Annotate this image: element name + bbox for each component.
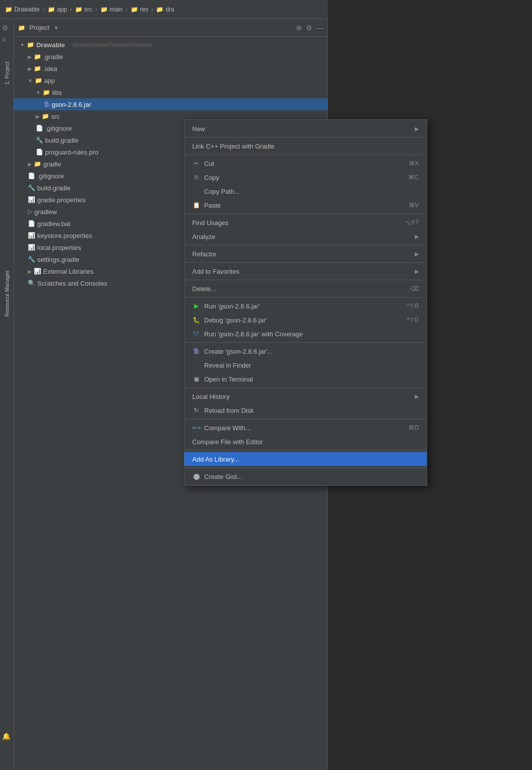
tree-libs-dir[interactable]: ▼ 📁 libs [14,86,327,98]
side-project-tab[interactable]: 1: Project [0,59,14,87]
menu-add-favorites-label: Add to Favorites [192,268,239,275]
breadcrumb-dra[interactable]: dra [165,6,174,13]
sep-12 [184,467,427,468]
settings-gradle-icon: 🔧 [28,256,35,263]
breadcrumb-app[interactable]: app [57,6,67,13]
menu-item-delete[interactable]: Delete... ⌫ [184,282,427,296]
tree-gson-jar[interactable]: 🗜 gson-2.8.6.jar [14,98,327,110]
side-icon-2[interactable]: ≡ [2,36,5,43]
context-menu: New ▶ Link C++ Project with Gradle ✂ Cut… [184,119,427,486]
breadcrumb-res[interactable]: res [140,6,149,13]
menu-paste-label: Paste [204,202,221,209]
menu-item-paste[interactable]: 📋 Paste ⌘V [184,198,427,212]
sep-3 [184,214,427,214]
menu-analyze-arrow: ▶ [415,233,419,240]
tree-idea-dir[interactable]: ▶ 📁 .idea [14,63,327,75]
gson-jar-label: gson-2.8.6.jar [52,101,91,108]
menu-cut-shortcut: ⌘X [389,160,419,167]
terminal-icon: ▣ [192,376,200,383]
menu-item-debug[interactable]: 🐛 Debug 'gson-2.8.6.jar' ^⇧D [184,313,427,327]
menu-new-label: New [192,125,205,133]
menu-coverage-label: Run 'gson-2.8.6.jar' with Coverage [204,330,303,338]
menu-item-add-favorites[interactable]: Add to Favorites ▶ [184,264,427,278]
menu-item-new[interactable]: New ▶ [184,122,427,136]
gradlew-bat-icon: 📄 [28,220,35,227]
menu-item-reveal[interactable]: Reveal in Finder [184,358,427,372]
menu-item-coverage[interactable]: 🛡 Run 'gson-2.8.6.jar' with Coverage [184,327,427,341]
menu-item-local-history[interactable]: Local History ▶ [184,389,427,403]
menu-refactor-label: Refactor [192,250,217,258]
gitignore-app-label: .gitignore [45,125,72,132]
menu-copy-shortcut: ⌘C [388,174,419,181]
menu-find-usages-shortcut: ⌥F7 [385,219,419,226]
gson-jar-icon: 🗜 [44,101,50,108]
menu-item-create[interactable]: 🗜 Create 'gson-2.8.6.jar'... [184,344,427,358]
menu-link-cpp-label: Link C++ Project with Gradle [192,143,274,150]
menu-add-favorites-arrow: ▶ [415,268,419,275]
menu-item-copy[interactable]: ⎘ Copy ⌘C [184,170,427,184]
buildgradle-app-icon: 🔧 [36,137,43,144]
panel-title: Project [29,24,49,31]
breadcrumb-src[interactable]: src [84,6,92,13]
external-libraries-label: External Libraries [43,268,93,275]
menu-item-add-library[interactable]: Add As Library... [184,452,427,466]
menu-item-cut[interactable]: ✂ Cut ⌘X [184,156,427,170]
tree-root[interactable]: ▼ 📁 Drawable ~/AndroidStudioProjects/Dra… [14,39,327,51]
menu-item-compare-with[interactable]: ⟺ Compare With... ⌘D [184,421,427,435]
menu-item-copy-path[interactable]: Copy Path... [184,184,427,198]
menu-delete-shortcut: ⌫ [390,285,419,292]
menu-debug-label: Debug 'gson-2.8.6.jar' [204,316,267,324]
breadcrumb-drawable[interactable]: Drawable [14,6,40,13]
tree-app-dir[interactable]: ▼ 📁 app [14,75,327,86]
menu-local-history-arrow: ▶ [415,393,419,400]
src-dir-label: src [51,113,60,120]
coverage-icon: 🛡 [192,330,200,337]
side-toolbar: 1: Project Resource Manager ⚙ ≡ 🔔 [0,19,14,770]
panel-icon-add[interactable]: ⊕ [296,24,302,32]
menu-item-reload[interactable]: ↻ Reload from Disk [184,403,427,417]
libs-dir-label: libs [52,89,62,96]
side-resource-tab[interactable]: Resource Manager [0,267,14,320]
create-icon: 🗜 [192,348,200,355]
menu-compare-editor-label: Compare File with Editor [192,438,263,446]
sep-8 [184,342,427,343]
menu-item-terminal[interactable]: ▣ Open in Terminal [184,372,427,386]
menu-create-gist-label: Create Gist... [204,473,242,480]
menu-item-create-gist[interactable]: ⬤ Create Gist... [184,469,427,483]
menu-compare-with-shortcut: ⌘D [388,424,419,431]
menu-item-run[interactable]: ▶ Run 'gson-2.8.6.jar' ^⇧R [184,299,427,313]
panel-icon-minimize[interactable]: — [316,24,323,32]
breadcrumb: 📁 Drawable › 📁 app › 📁 src › 📁 main › 📁 … [0,0,328,19]
side-icon-1[interactable]: ⚙ [2,24,8,32]
app-dir-icon: 📁 [35,77,42,84]
libs-dir-icon: 📁 [43,89,50,96]
menu-item-compare-editor[interactable]: Compare File with Editor [184,435,427,449]
menu-item-analyze[interactable]: Analyze ▶ [184,230,427,243]
menu-local-history-label: Local History [192,393,229,400]
tree-gradle-dir[interactable]: ▶ 📁 .gradle [14,51,327,63]
app-dir-label: app [44,77,55,84]
cut-icon: ✂ [192,160,200,167]
external-libraries-icon: 📊 [34,268,41,275]
menu-terminal-label: Open in Terminal [204,376,253,383]
gradle-properties-label: gradle.properties [37,196,86,204]
proguard-label: proguard-rules.pro [45,149,98,156]
menu-add-library-label: Add As Library... [192,456,239,463]
sep-6 [184,280,427,280]
menu-delete-label: Delete... [192,285,216,293]
menu-item-find-usages[interactable]: Find Usages ⌥F7 [184,216,427,230]
paste-icon: 📋 [192,202,200,209]
buildgradle-root-icon: 🔧 [28,184,35,191]
sep-2 [184,154,427,155]
breadcrumb-main[interactable]: main [110,6,123,13]
menu-reload-label: Reload from Disk [204,407,254,414]
panel-dropdown-arrow[interactable]: ▼ [53,25,59,31]
menu-item-refactor[interactable]: Refactor ▶ [184,247,427,261]
menu-refactor-arrow: ▶ [415,251,419,257]
gradle-dir-icon: 📁 [34,53,41,60]
panel-icon-settings[interactable]: ⚙ [306,24,312,32]
menu-item-link-cpp[interactable]: Link C++ Project with Gradle [184,139,427,153]
sep-4 [184,245,427,245]
panel-header: 📁 Project ▼ ⊕ ⚙ — [14,19,327,37]
side-icon-bottom[interactable]: 🔔 [2,732,10,740]
